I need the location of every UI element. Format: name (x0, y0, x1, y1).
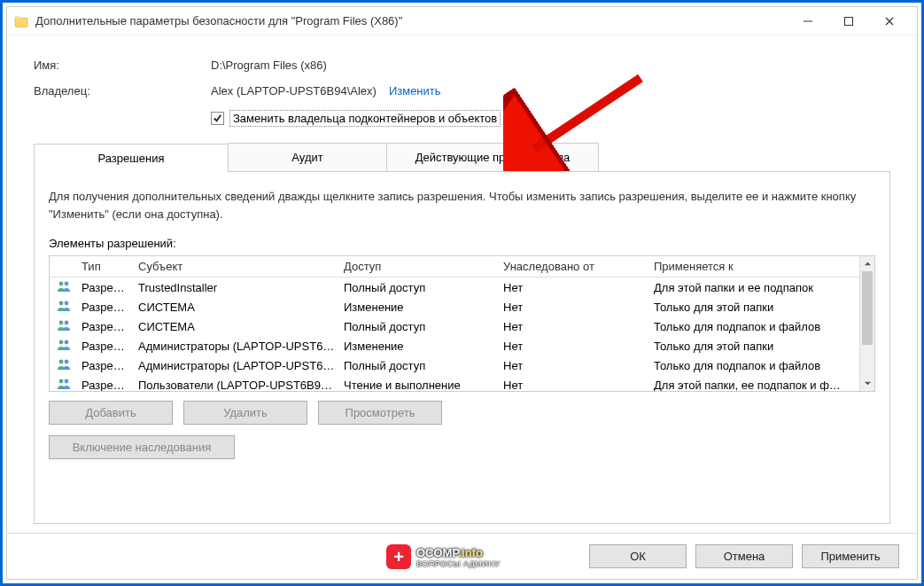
owner-value: Alex (LAPTOP-UPST6B94\Alex) (211, 84, 377, 98)
add-button[interactable]: Добавить (49, 401, 173, 425)
cell-subject: Администраторы (LAPTOP-UPST6… (138, 340, 344, 353)
svg-point-5 (65, 301, 69, 305)
svg-point-2 (59, 281, 64, 285)
chevron-down-icon (864, 379, 872, 387)
cancel-button[interactable]: Отмена (695, 544, 793, 568)
col-applies[interactable]: Применяется к (654, 260, 867, 273)
scrollbar[interactable] (859, 256, 874, 391)
scroll-up-button[interactable] (860, 256, 874, 271)
cell-access: Полный доступ (344, 281, 503, 294)
col-subject[interactable]: Субъект (138, 260, 344, 273)
cell-applies: Только для подпапок и файлов (654, 320, 867, 333)
col-inherited[interactable]: Унаследовано от (503, 260, 654, 273)
people-icon (57, 358, 82, 373)
table-row[interactable]: Разре…Администраторы (LAPTOP-UPST6…Измен… (50, 336, 874, 356)
table-row[interactable]: Разре…СИСТЕМАИзменениеНетТолько для этой… (50, 297, 874, 316)
cell-applies: Для этой папки и ее подпапок (654, 281, 867, 294)
cell-type: Разре… (82, 340, 138, 353)
dialog-footer: ОК Отмена Применить (7, 533, 917, 579)
scroll-thumb[interactable] (862, 271, 873, 345)
cell-subject: СИСТЕМА (138, 301, 344, 314)
close-button[interactable] (869, 7, 910, 35)
svg-point-10 (59, 359, 64, 363)
cell-access: Чтение и выполнение (344, 379, 503, 392)
people-icon (57, 339, 82, 354)
security-dialog: Дополнительные параметры безопасности дл… (6, 6, 918, 580)
cell-inherited: Нет (503, 301, 654, 314)
cell-subject: СИСТЕМА (138, 320, 344, 333)
permissions-list[interactable]: Тип Субъект Доступ Унаследовано от Приме… (49, 255, 875, 392)
chevron-up-icon (864, 260, 872, 268)
maximize-icon (844, 17, 853, 26)
apply-button[interactable]: Применить (802, 544, 899, 568)
enable-inheritance-button[interactable]: Включение наследования (49, 435, 235, 459)
maximize-button[interactable] (828, 7, 869, 35)
people-icon (57, 319, 82, 334)
cell-type: Разре… (82, 281, 138, 294)
table-row[interactable]: Разре…СИСТЕМАПолный доступНетТолько для … (50, 316, 874, 336)
col-access[interactable]: Доступ (344, 260, 503, 273)
folder-icon (14, 14, 28, 28)
svg-point-7 (65, 320, 69, 324)
cell-type: Разре… (82, 359, 138, 372)
list-header: Тип Субъект Доступ Унаследовано от Приме… (50, 256, 874, 277)
table-row[interactable]: Разре…TrustedInstallerПолный доступНетДл… (50, 277, 874, 297)
svg-rect-1 (845, 17, 853, 25)
svg-point-12 (59, 379, 64, 383)
cell-access: Изменение (344, 301, 503, 314)
minimize-button[interactable] (788, 7, 828, 35)
check-icon (213, 113, 222, 123)
cell-inherited: Нет (503, 379, 654, 392)
people-icon (57, 300, 82, 315)
list-caption: Элементы разрешений: (49, 237, 875, 250)
replace-owner-label: Заменить владельца подконтейнеров и объе… (233, 112, 497, 125)
table-row[interactable]: Разре…Пользователи (LAPTOP-UPST6B9…Чтени… (50, 375, 874, 392)
cell-type: Разре… (82, 379, 138, 392)
cell-applies: Только для этой папки (654, 301, 867, 314)
tab-body-permissions: Для получения дополнительных сведений дв… (34, 172, 890, 524)
cell-applies: Только для этой папки (654, 340, 867, 353)
help-text: Для получения дополнительных сведений дв… (49, 188, 875, 223)
cell-subject: Администраторы (LAPTOP-UPST6… (138, 359, 344, 372)
cell-access: Полный доступ (344, 359, 503, 372)
tab-effective-access[interactable]: Действующие права доступа (386, 143, 599, 171)
window-title: Дополнительные параметры безопасности дл… (35, 14, 788, 27)
cell-subject: Пользователи (LAPTOP-UPST6B9… (138, 379, 344, 392)
view-button[interactable]: Просмотреть (318, 401, 442, 425)
cell-applies: Для этой папки, ее подпапок и ф… (654, 379, 867, 392)
cell-type: Разре… (82, 301, 138, 314)
name-value: D:\Program Files (x86) (211, 59, 327, 72)
replace-owner-checkbox[interactable] (211, 112, 224, 125)
cell-applies: Только для подпапок и файлов (654, 359, 867, 372)
svg-point-9 (65, 340, 69, 344)
close-icon (885, 17, 894, 26)
minimize-icon (804, 17, 812, 26)
name-label: Имя: (34, 59, 211, 72)
svg-point-13 (65, 379, 69, 383)
tab-permissions[interactable]: Разрешения (34, 144, 229, 172)
tab-strip: Разрешения Аудит Действующие права досту… (34, 143, 890, 172)
cell-inherited: Нет (503, 340, 654, 353)
svg-point-6 (59, 320, 64, 324)
col-type[interactable]: Тип (82, 260, 138, 273)
people-icon (57, 378, 82, 393)
people-icon (57, 280, 82, 295)
cell-inherited: Нет (503, 359, 654, 372)
cell-access: Полный доступ (344, 320, 503, 333)
svg-point-8 (59, 340, 64, 344)
scroll-down-button[interactable] (860, 376, 874, 391)
cell-access: Изменение (344, 340, 503, 353)
owner-label: Владелец: (34, 84, 211, 98)
tab-audit[interactable]: Аудит (228, 143, 387, 171)
titlebar: Дополнительные параметры безопасности дл… (7, 7, 917, 35)
owner-change-link[interactable]: Изменить (389, 84, 441, 98)
remove-button[interactable]: Удалить (183, 401, 307, 425)
svg-point-3 (65, 281, 69, 285)
ok-button[interactable]: ОК (589, 544, 687, 568)
svg-point-4 (59, 301, 64, 305)
cell-inherited: Нет (503, 320, 654, 333)
svg-rect-0 (804, 20, 812, 21)
cell-subject: TrustedInstaller (138, 281, 344, 294)
table-row[interactable]: Разре…Администраторы (LAPTOP-UPST6…Полны… (50, 356, 874, 375)
cell-inherited: Нет (503, 281, 654, 294)
